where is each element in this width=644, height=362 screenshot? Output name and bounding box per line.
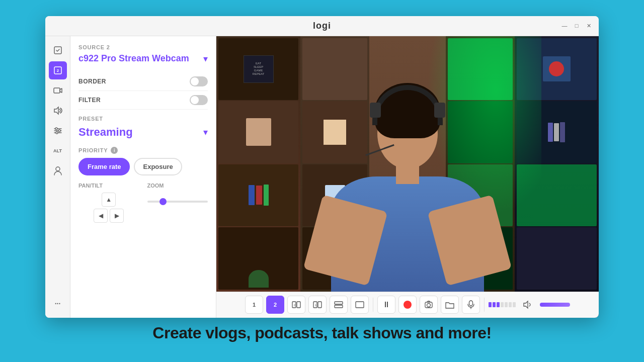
main-content: 2 xyxy=(45,36,599,318)
priority-buttons: Frame rate Exposure xyxy=(78,158,208,175)
vol-seg-4 xyxy=(501,302,504,307)
settings-panel: SOURCE 2 c922 Pro Stream Webcam ▾ BORDER… xyxy=(70,36,216,318)
snapshot-button[interactable] xyxy=(420,296,438,314)
purple-indicator xyxy=(540,303,570,307)
webcam-scene: EATSLEEPGAMEREPEAT xyxy=(216,36,599,292)
preset-value: Streaming xyxy=(78,126,133,139)
svg-marker-4 xyxy=(54,107,58,114)
shelf-decoration xyxy=(543,56,571,81)
svg-rect-19 xyxy=(335,305,343,308)
source-btn-split1[interactable]: 1 xyxy=(308,296,327,314)
book xyxy=(554,123,559,141)
book xyxy=(548,123,553,142)
source-section: SOURCE 2 c922 Pro Stream Webcam ▾ xyxy=(78,44,208,64)
pan-tilt-zoom-section: PAN/TILT ▲ ◀ ▶ ZOOM xyxy=(78,183,208,223)
device-selector[interactable]: c922 Pro Stream Webcam ▾ xyxy=(78,53,208,64)
filter-toggle[interactable] xyxy=(190,95,208,105)
preset-section: PRESET Streaming ▾ xyxy=(78,116,208,141)
book xyxy=(560,122,565,142)
headset-right xyxy=(434,103,445,118)
pan-left-button[interactable]: ◀ xyxy=(94,209,108,223)
shelf-item xyxy=(218,164,298,227)
pan-right-button[interactable]: ▶ xyxy=(110,209,124,223)
sidebar-item-audio[interactable] xyxy=(49,102,67,120)
icon-sidebar: 2 xyxy=(45,36,70,318)
shelf-item: EATSLEEPGAMEREPEAT xyxy=(218,38,298,101)
purple-vol-bar xyxy=(540,303,570,307)
source-btn-split2[interactable]: 2 xyxy=(287,296,305,314)
person-headset xyxy=(372,85,443,125)
svg-text:1: 1 xyxy=(315,304,317,307)
priority-section: PRIORITY i Frame rate Exposure xyxy=(78,147,208,175)
preset-selector[interactable]: Streaming ▾ xyxy=(78,124,208,141)
source-btn-1[interactable]: 1 xyxy=(245,296,263,314)
svg-point-11 xyxy=(56,167,60,171)
source-btn-2[interactable]: 2 xyxy=(266,296,284,314)
shelf-left: EATSLEEPGAMEREPEAT xyxy=(216,36,300,292)
border-label: BORDER xyxy=(78,78,106,85)
layout-btn-1[interactable] xyxy=(351,296,369,314)
vol-seg-2 xyxy=(493,302,496,307)
book xyxy=(256,186,262,205)
title-bar: logi — □ ✕ xyxy=(45,16,599,36)
minimize-button[interactable]: — xyxy=(560,22,569,30)
sidebar-item-sliders[interactable] xyxy=(49,122,67,140)
shelf-item-green2 xyxy=(517,164,597,227)
svg-rect-16 xyxy=(318,302,321,308)
close-button[interactable]: ✕ xyxy=(585,22,593,30)
sidebar-item-more[interactable]: ··· xyxy=(49,295,67,313)
svg-point-10 xyxy=(56,132,58,134)
bottom-toolbar: 1 2 2 1 ⏸ xyxy=(216,292,599,318)
svg-text:2: 2 xyxy=(294,304,296,307)
zoom-slider[interactable] xyxy=(147,201,208,203)
vol-seg-1 xyxy=(489,302,492,307)
sidebar-item-source2[interactable]: 2 xyxy=(49,61,67,79)
sidebar-item-source1[interactable] xyxy=(49,41,67,59)
svg-point-9 xyxy=(58,130,60,132)
frame-rate-button[interactable]: Frame rate xyxy=(78,158,130,175)
person-area xyxy=(312,36,503,292)
svg-rect-20 xyxy=(356,302,364,308)
mic-button[interactable] xyxy=(462,296,480,314)
pan-up-button[interactable]: ▲ xyxy=(102,193,116,207)
shelf-decoration xyxy=(246,118,271,146)
shelf-item xyxy=(517,101,597,163)
headset-left xyxy=(370,103,381,118)
border-toggle[interactable] xyxy=(190,76,208,86)
maximize-button[interactable]: □ xyxy=(573,22,581,30)
svg-rect-23 xyxy=(469,301,473,306)
svg-rect-13 xyxy=(297,302,300,308)
sidebar-item-camera[interactable] xyxy=(49,81,67,100)
svg-point-8 xyxy=(55,128,57,130)
source-label: SOURCE 2 xyxy=(78,44,208,50)
record-button[interactable] xyxy=(398,296,417,314)
sidebar-item-alt[interactable]: ALT xyxy=(49,142,67,160)
volume-area xyxy=(489,302,516,307)
preset-chevron-icon: ▾ xyxy=(203,127,208,138)
speaker-button[interactable] xyxy=(519,296,537,314)
window-controls: — □ ✕ xyxy=(560,22,593,30)
vol-seg-5 xyxy=(505,302,508,307)
folder-button[interactable] xyxy=(441,296,459,314)
mushroom-icon xyxy=(549,61,564,76)
app-window: logi — □ ✕ 2 xyxy=(45,16,599,318)
arrow-controls: ▲ ◀ ▶ xyxy=(78,193,139,223)
bottom-caption: Create vlogs, podcasts, talk shows and m… xyxy=(152,318,491,346)
priority-info-icon[interactable]: i xyxy=(111,147,118,154)
filter-row: FILTER xyxy=(78,91,208,110)
zoom-slider-thumb[interactable] xyxy=(159,198,167,205)
border-row: BORDER xyxy=(78,72,208,91)
svg-text:2: 2 xyxy=(56,68,59,73)
sidebar-item-person[interactable] xyxy=(49,162,67,180)
zoom-label: ZOOM xyxy=(147,183,208,189)
separator-1 xyxy=(373,298,373,312)
record-dot-icon xyxy=(404,301,412,309)
video-area: EATSLEEPGAMEREPEAT xyxy=(216,36,599,318)
device-name: c922 Pro Stream Webcam xyxy=(78,53,189,64)
pause-button[interactable]: ⏸ xyxy=(377,296,395,314)
exposure-button[interactable]: Exposure xyxy=(134,158,182,175)
filter-label: FILTER xyxy=(78,97,101,104)
shelf-item xyxy=(218,101,298,163)
plant xyxy=(249,270,269,288)
layout-btn-2[interactable] xyxy=(330,296,348,314)
